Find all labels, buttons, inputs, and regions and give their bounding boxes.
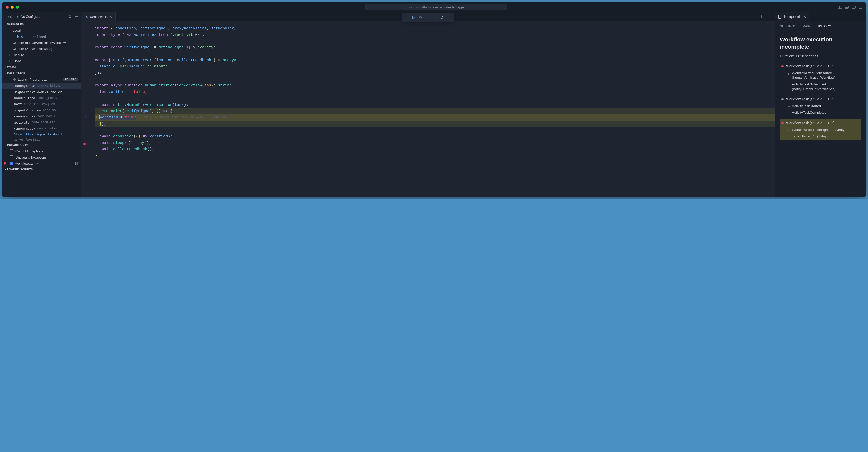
chevron-down-icon: ⌄ xyxy=(8,78,12,81)
arrow-icon: ← xyxy=(787,83,790,86)
stack-frame[interactable]: <anonymous>src/workflow… xyxy=(2,83,81,89)
event-row[interactable]: →ActivityTaskStarted xyxy=(780,103,861,109)
subtab-main[interactable]: MAIN xyxy=(802,24,811,31)
status-dot-icon xyxy=(781,122,784,124)
stop-button[interactable]: □ xyxy=(446,15,453,21)
split-editor-icon[interactable] xyxy=(761,15,765,18)
chevron-right-icon: › xyxy=(8,41,12,45)
checkbox[interactable] xyxy=(10,149,13,153)
variable-this[interactable]: this: undefined xyxy=(2,33,81,39)
step-out-button[interactable]: ↑ xyxy=(432,15,438,21)
variables-section-header[interactable]: ⌄ VARIABLES xyxy=(2,21,81,27)
temporal-panel: Temporal × ⋯ SETTINGS MAIN HISTORY Workf… xyxy=(775,12,866,197)
breakpoint-caught-exceptions[interactable]: Caught Exceptions xyxy=(2,148,81,154)
async-label: async function xyxy=(2,137,81,142)
toggle-primary-sidebar-icon[interactable] xyxy=(838,6,842,9)
nav-forward-icon[interactable]: → xyxy=(357,5,362,10)
toggle-panel-icon[interactable] xyxy=(845,6,849,9)
event-row[interactable]: →ActivityTaskCompleted xyxy=(780,109,861,116)
chevron-down-icon: ⌄ xyxy=(4,23,7,26)
event-row[interactable]: ←ActivityTaskScheduled (notifyHumanForVe… xyxy=(780,81,861,92)
drag-handle-icon[interactable]: ⋮⋮ xyxy=(404,16,409,19)
more-icon[interactable]: ⋯ xyxy=(768,15,772,19)
chevron-right-icon: › xyxy=(8,53,12,57)
arrow-icon: ↳ xyxy=(787,128,790,132)
debug-sidebar: RUN… ▷ No Configur⌄ ⚙ ⋯ ⌄ VARIABLES ⌄ Lo… xyxy=(2,12,81,197)
stack-frame[interactable]: <anonymous>node_modul… xyxy=(2,113,81,119)
breakpoint-gutter-icon[interactable] xyxy=(83,143,86,145)
status-dot-icon xyxy=(781,65,784,67)
subtab-settings[interactable]: SETTINGS xyxy=(780,24,796,31)
chevron-right-icon: › xyxy=(4,168,7,171)
variables-scope-local[interactable]: ⌄ Local xyxy=(2,27,81,33)
workflow-task-group[interactable]: Workflow Task (COMPLETED)→ActivityTaskSt… xyxy=(780,95,861,116)
call-stack-section-header[interactable]: ⌄ CALL STACK xyxy=(2,70,81,76)
variables-scope-closure-1[interactable]: › Closure (humanVerificationWorkflow xyxy=(2,39,81,46)
customize-layout-icon[interactable] xyxy=(859,6,862,9)
checkbox[interactable] xyxy=(10,156,13,159)
subtab-history[interactable]: HISTORY xyxy=(817,24,831,31)
layout-controls xyxy=(838,6,862,9)
run-label: RUN… xyxy=(5,15,14,18)
stack-frame[interactable]: activatenode_modules/… xyxy=(2,119,81,125)
breakpoint-uncaught-exceptions[interactable]: Uncaught Exceptions xyxy=(2,154,81,160)
stack-frame[interactable]: <anonymous><node_inter… xyxy=(2,125,81,132)
checkbox[interactable] xyxy=(10,162,13,165)
stack-frame[interactable]: nextnode_modules/@tem… xyxy=(2,101,81,107)
stack-frame-fn: <anonymous> xyxy=(14,84,35,88)
stack-frame[interactable]: handleSignalnode_modu… xyxy=(2,95,81,101)
code-editor[interactable]: import { condition, defineSignal, proxyA… xyxy=(81,21,775,197)
execution-pointer-icon: ▷ xyxy=(85,114,87,120)
event-text: WorkflowExecutionStarted (humanVerificat… xyxy=(792,71,860,80)
restart-button[interactable]: ↺ xyxy=(439,15,445,21)
event-row[interactable]: ↳WorkflowExecutionSignaled (verify) xyxy=(780,126,861,133)
stack-frame-path: node_modules/… xyxy=(31,120,57,124)
more-icon[interactable]: ⋯ xyxy=(75,15,78,19)
debug-session[interactable]: ⌄ ⊙ Launch Program: … PAUSED xyxy=(2,76,81,83)
command-center[interactable]: ⌕ src/workflows.ts — vscode-debugger xyxy=(366,4,507,10)
maximize-window-button[interactable] xyxy=(16,6,19,9)
stack-frame[interactable]: signalWorkflownode_mo… xyxy=(2,107,81,113)
breakpoints-section-header[interactable]: ⌄ BREAKPOINTS xyxy=(2,142,81,148)
variables-scope-closure-2[interactable]: › Closure (./src/workflows.ts) xyxy=(2,46,81,52)
close-window-button[interactable] xyxy=(6,6,9,9)
debug-toolbar[interactable]: ⋮⋮ ▷ ↷ ↓ ↑ ↺ □ xyxy=(402,13,454,22)
show-more-frames[interactable]: Show 5 More: Skipped by skipFil xyxy=(2,132,81,137)
task-header: Workflow Task (COMPLETED) xyxy=(780,95,861,103)
watch-section-header[interactable]: › WATCH xyxy=(2,64,81,70)
event-row[interactable]: ↳WorkflowExecutionStarted (humanVerifica… xyxy=(780,70,861,81)
traffic-lights xyxy=(6,6,19,9)
stack-frame-path: node_mo… xyxy=(43,108,58,112)
chevron-down-icon: ⌄ xyxy=(39,16,41,18)
variables-scope-global[interactable]: › Global xyxy=(2,58,81,64)
nav-back-icon[interactable]: ← xyxy=(350,5,354,10)
nav-arrows: ← → xyxy=(350,5,362,10)
stack-frame-path: node_modu… xyxy=(39,96,57,100)
minimize-window-button[interactable] xyxy=(11,6,14,9)
more-icon[interactable]: ⋯ xyxy=(859,15,863,19)
toggle-secondary-sidebar-icon[interactable] xyxy=(852,6,856,9)
step-into-button[interactable]: ↓ xyxy=(425,15,431,21)
breakpoint-dot-icon xyxy=(4,162,6,165)
stack-frame[interactable]: signalWorkflowNextHandler xyxy=(2,89,81,95)
close-icon[interactable]: × xyxy=(110,15,112,19)
breakpoint-file[interactable]: workflows.ts src 19 xyxy=(2,160,81,166)
gear-icon[interactable]: ⚙ xyxy=(69,15,72,19)
close-icon[interactable]: × xyxy=(804,15,806,19)
debug-config-select[interactable]: No Configur⌄ xyxy=(21,15,41,19)
start-debug-icon[interactable]: ▷ xyxy=(16,15,19,19)
right-tab-actions: ⋯ xyxy=(859,12,866,21)
document-icon xyxy=(778,15,781,19)
workflow-task-group[interactable]: Workflow Task (COMPLETED)↳WorkflowExecut… xyxy=(780,63,861,92)
temporal-tab[interactable]: Temporal × xyxy=(775,12,809,21)
temporal-subtabs: SETTINGS MAIN HISTORY xyxy=(775,21,866,31)
step-over-button[interactable]: ↷ xyxy=(418,15,424,21)
vscode-window: ← → ⌕ src/workflows.ts — vscode-debugger… xyxy=(2,2,866,197)
continue-button[interactable]: ▷ xyxy=(411,15,417,21)
loaded-scripts-section-header[interactable]: › LOADED SCRIPTS xyxy=(2,166,81,172)
editor-tab[interactable]: TS workflows.ts × xyxy=(81,12,116,21)
variables-scope-closure-3[interactable]: › Closure xyxy=(2,52,81,58)
execution-pointer-small-icon: ▷ xyxy=(96,114,98,119)
event-row[interactable]: ←TimerStarted ⏲ (1 day) xyxy=(780,133,861,140)
workflow-task-group[interactable]: Workflow Task (COMPLETED)↳WorkflowExecut… xyxy=(780,119,861,140)
